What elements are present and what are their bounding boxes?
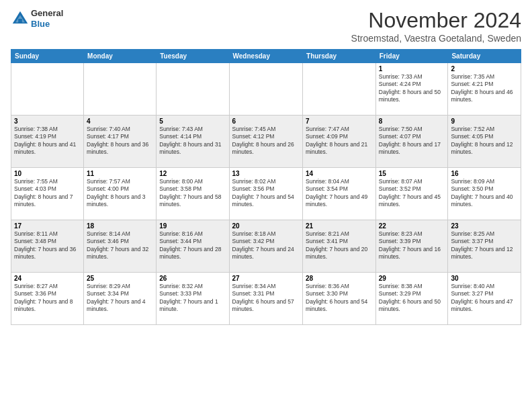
day-number: 3 (14, 118, 81, 125)
col-saturday: Saturday (448, 50, 521, 63)
table-row: 11Sunrise: 7:57 AM Sunset: 4:00 PM Dayli… (84, 168, 157, 220)
calendar-week-row: 17Sunrise: 8:11 AM Sunset: 3:48 PM Dayli… (11, 220, 521, 273)
day-number: 17 (14, 222, 81, 230)
col-monday: Monday (84, 50, 157, 63)
day-info: Sunrise: 8:09 AM Sunset: 3:50 PM Dayligh… (451, 178, 518, 209)
day-info: Sunrise: 8:34 AM Sunset: 3:31 PM Dayligh… (232, 283, 300, 314)
table-row: 8Sunrise: 7:50 AM Sunset: 4:07 PM Daylig… (375, 116, 448, 168)
day-info: Sunrise: 7:50 AM Sunset: 4:07 PM Dayligh… (379, 126, 445, 156)
day-info: Sunrise: 8:36 AM Sunset: 3:30 PM Dayligh… (306, 283, 373, 314)
table-row: 29Sunrise: 8:38 AM Sunset: 3:29 PM Dayli… (375, 273, 448, 325)
table-row: 6Sunrise: 7:45 AM Sunset: 4:12 PM Daylig… (229, 116, 302, 168)
logo: General Blue (11, 8, 63, 29)
day-info: Sunrise: 8:38 AM Sunset: 3:29 PM Dayligh… (379, 283, 445, 314)
logo-text: General Blue (31, 8, 63, 29)
calendar-week-row: 3Sunrise: 7:38 AM Sunset: 4:19 PM Daylig… (11, 116, 521, 168)
day-number: 13 (232, 170, 300, 177)
day-info: Sunrise: 8:27 AM Sunset: 3:36 PM Dayligh… (14, 283, 81, 314)
day-info: Sunrise: 8:00 AM Sunset: 3:58 PM Dayligh… (159, 178, 226, 209)
calendar-week-row: 10Sunrise: 7:55 AM Sunset: 4:03 PM Dayli… (11, 168, 521, 220)
col-wednesday: Wednesday (229, 50, 302, 63)
col-thursday: Thursday (303, 50, 376, 63)
day-info: Sunrise: 7:52 AM Sunset: 4:05 PM Dayligh… (451, 126, 518, 156)
day-number: 29 (379, 275, 445, 282)
day-info: Sunrise: 8:11 AM Sunset: 3:48 PM Dayligh… (14, 230, 81, 261)
day-info: Sunrise: 8:32 AM Sunset: 3:33 PM Dayligh… (159, 283, 226, 314)
day-info: Sunrise: 8:29 AM Sunset: 3:34 PM Dayligh… (87, 283, 153, 314)
table-row: 19Sunrise: 8:16 AM Sunset: 3:44 PM Dayli… (157, 220, 229, 273)
day-number: 14 (306, 170, 373, 177)
day-info: Sunrise: 8:25 AM Sunset: 3:37 PM Dayligh… (451, 230, 518, 261)
col-friday: Friday (375, 50, 448, 63)
day-number: 30 (451, 275, 518, 282)
day-number: 24 (14, 275, 81, 282)
table-row: 18Sunrise: 8:14 AM Sunset: 3:46 PM Dayli… (84, 220, 157, 273)
table-row: 10Sunrise: 7:55 AM Sunset: 4:03 PM Dayli… (11, 168, 84, 220)
day-number: 21 (306, 222, 373, 230)
table-row: 5Sunrise: 7:43 AM Sunset: 4:14 PM Daylig… (157, 116, 229, 168)
table-row: 17Sunrise: 8:11 AM Sunset: 3:48 PM Dayli… (11, 220, 84, 273)
day-number: 28 (306, 275, 373, 282)
day-number: 12 (159, 170, 226, 177)
day-info: Sunrise: 7:43 AM Sunset: 4:14 PM Dayligh… (159, 126, 226, 156)
table-row: 3Sunrise: 7:38 AM Sunset: 4:19 PM Daylig… (11, 116, 84, 168)
table-row: 20Sunrise: 8:18 AM Sunset: 3:42 PM Dayli… (229, 220, 302, 273)
title-section: November 2024 Stroemstad, Vaestra Goetal… (351, 8, 521, 44)
table-row: 23Sunrise: 8:25 AM Sunset: 3:37 PM Dayli… (448, 220, 521, 273)
day-number: 27 (232, 275, 300, 282)
table-row (303, 63, 376, 116)
day-number: 4 (87, 118, 153, 125)
day-info: Sunrise: 8:07 AM Sunset: 3:52 PM Dayligh… (379, 178, 445, 209)
table-row: 14Sunrise: 8:04 AM Sunset: 3:54 PM Dayli… (303, 168, 376, 220)
day-number: 16 (451, 170, 518, 177)
day-number: 10 (14, 170, 81, 177)
day-info: Sunrise: 8:16 AM Sunset: 3:44 PM Dayligh… (159, 230, 226, 261)
calendar-week-row: 1Sunrise: 7:33 AM Sunset: 4:24 PM Daylig… (11, 63, 521, 116)
table-row: 22Sunrise: 8:23 AM Sunset: 3:39 PM Dayli… (375, 220, 448, 273)
day-info: Sunrise: 7:57 AM Sunset: 4:00 PM Dayligh… (87, 178, 153, 209)
month-title: November 2024 (351, 8, 521, 33)
table-row: 7Sunrise: 7:47 AM Sunset: 4:09 PM Daylig… (303, 116, 376, 168)
logo-general: General (31, 8, 63, 18)
location: Stroemstad, Vaestra Goetaland, Sweden (351, 33, 521, 44)
table-row: 13Sunrise: 8:02 AM Sunset: 3:56 PM Dayli… (229, 168, 302, 220)
day-info: Sunrise: 8:18 AM Sunset: 3:42 PM Dayligh… (232, 230, 300, 261)
day-info: Sunrise: 8:23 AM Sunset: 3:39 PM Dayligh… (379, 230, 445, 261)
header: General Blue November 2024 Stroemstad, V… (11, 8, 521, 44)
table-row: 12Sunrise: 8:00 AM Sunset: 3:58 PM Dayli… (157, 168, 229, 220)
day-number: 19 (159, 222, 226, 230)
day-number: 5 (159, 118, 226, 125)
day-number: 22 (379, 222, 445, 230)
day-number: 23 (451, 222, 518, 230)
table-row (11, 63, 84, 116)
day-info: Sunrise: 8:14 AM Sunset: 3:46 PM Dayligh… (87, 230, 153, 261)
col-tuesday: Tuesday (157, 50, 229, 63)
logo-blue: Blue (31, 19, 50, 29)
calendar-header-row: Sunday Monday Tuesday Wednesday Thursday… (11, 50, 521, 63)
day-info: Sunrise: 7:40 AM Sunset: 4:17 PM Dayligh… (87, 126, 153, 156)
table-row (157, 63, 229, 116)
table-row: 9Sunrise: 7:52 AM Sunset: 4:05 PM Daylig… (448, 116, 521, 168)
table-row: 28Sunrise: 8:36 AM Sunset: 3:30 PM Dayli… (303, 273, 376, 325)
day-info: Sunrise: 7:35 AM Sunset: 4:21 PM Dayligh… (451, 73, 518, 104)
table-row: 4Sunrise: 7:40 AM Sunset: 4:17 PM Daylig… (84, 116, 157, 168)
table-row: 2Sunrise: 7:35 AM Sunset: 4:21 PM Daylig… (448, 63, 521, 116)
day-number: 18 (87, 222, 153, 230)
table-row: 16Sunrise: 8:09 AM Sunset: 3:50 PM Dayli… (448, 168, 521, 220)
day-number: 11 (87, 170, 153, 177)
day-number: 20 (232, 222, 300, 230)
day-info: Sunrise: 7:38 AM Sunset: 4:19 PM Dayligh… (14, 126, 81, 156)
table-row: 26Sunrise: 8:32 AM Sunset: 3:33 PM Dayli… (157, 273, 229, 325)
table-row: 1Sunrise: 7:33 AM Sunset: 4:24 PM Daylig… (375, 63, 448, 116)
day-info: Sunrise: 7:45 AM Sunset: 4:12 PM Dayligh… (232, 126, 300, 156)
table-row: 15Sunrise: 8:07 AM Sunset: 3:52 PM Dayli… (375, 168, 448, 220)
day-number: 15 (379, 170, 445, 177)
day-number: 7 (306, 118, 373, 125)
col-sunday: Sunday (11, 50, 84, 63)
table-row (84, 63, 157, 116)
day-info: Sunrise: 8:21 AM Sunset: 3:41 PM Dayligh… (306, 230, 373, 261)
table-row: 25Sunrise: 8:29 AM Sunset: 3:34 PM Dayli… (84, 273, 157, 325)
day-number: 9 (451, 118, 518, 125)
svg-rect-2 (18, 19, 22, 24)
calendar: Sunday Monday Tuesday Wednesday Thursday… (11, 49, 521, 325)
